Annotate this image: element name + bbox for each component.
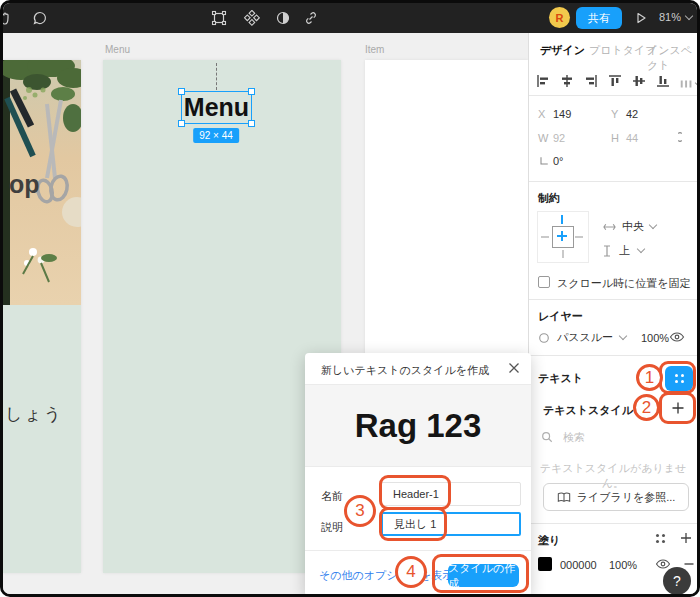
selection-handle[interactable] <box>248 120 255 127</box>
constraints-widget[interactable] <box>537 211 589 263</box>
constraints-inner-box <box>552 226 574 248</box>
vertical-constraint-value: 上 <box>619 243 630 258</box>
annotation-box-2 <box>659 392 696 424</box>
chevron-down-icon <box>695 78 700 86</box>
help-button[interactable]: ? <box>663 567 691 595</box>
comment-icon[interactable] <box>32 10 48 26</box>
vertical-constraint-dropdown[interactable]: 上 <box>603 243 644 258</box>
align-horizontal-center-icon[interactable] <box>559 73 575 89</box>
y-label: Y <box>611 108 618 120</box>
selection-handle[interactable] <box>248 88 255 95</box>
link-tool-icon[interactable] <box>303 10 319 26</box>
shop-photo-text: op <box>9 170 40 199</box>
mask-icon[interactable] <box>275 10 291 26</box>
text-section-title: テキスト <box>538 371 583 386</box>
vertical-bar-icon <box>603 245 611 257</box>
snap-guide-line <box>216 63 217 90</box>
text-styles-title: テキストスタイル <box>543 403 633 418</box>
tab-inspect[interactable]: インスペクト <box>647 43 697 73</box>
book-icon <box>557 492 571 503</box>
align-left-icon[interactable] <box>535 73 551 89</box>
blend-mode-dropdown[interactable]: パススルー <box>538 330 626 345</box>
tab-design[interactable]: デザイン <box>540 43 585 58</box>
shop-photo: op <box>3 60 81 305</box>
blend-mode-value: パススルー <box>557 330 613 345</box>
top-toolbar: R 共有 81% <box>3 3 697 33</box>
constraint-top-tick[interactable] <box>561 215 563 224</box>
search-icon <box>541 431 553 443</box>
eye-icon[interactable] <box>669 329 685 345</box>
description-label: 説明 <box>321 520 343 535</box>
shop-frame-text: しょう <box>5 403 63 426</box>
constraint-bottom-tick[interactable] <box>562 250 564 258</box>
fix-on-scroll-row[interactable]: スクロール時に位置を固定 <box>529 276 697 290</box>
rotation-icon <box>538 155 550 167</box>
annotation-box-3 <box>379 475 451 510</box>
annotation-step-1: 1 <box>636 364 663 391</box>
align-right-icon[interactable] <box>583 73 599 89</box>
blend-icon <box>538 332 550 344</box>
x-label: X <box>538 108 545 120</box>
selected-text-layer[interactable]: Menu <box>181 91 252 124</box>
fill-title: 塗り <box>538 533 560 548</box>
style-preview: Rag 123 <box>305 384 531 467</box>
divider <box>529 355 697 356</box>
frame-tool-icon[interactable] <box>211 10 227 26</box>
hand-icon[interactable] <box>0 10 13 26</box>
chevron-down-icon <box>649 221 657 229</box>
fill-styles-icon[interactable] <box>656 534 665 543</box>
zoom-level-dropdown[interactable]: 81% <box>659 11 692 23</box>
w-input[interactable]: 92 <box>553 132 565 144</box>
search-input[interactable] <box>561 430 675 444</box>
constraints-title: 制約 <box>538 191 560 206</box>
layer-opacity-input[interactable]: 100% <box>641 332 669 344</box>
constraint-right-tick[interactable] <box>575 236 583 238</box>
constraint-left-tick[interactable] <box>541 236 549 238</box>
share-button[interactable]: 共有 <box>576 7 622 29</box>
constrain-icon[interactable] <box>673 130 687 144</box>
modal-title: 新しいテキストのスタイルを作成 <box>321 363 489 378</box>
zoom-level-value: 81% <box>659 11 681 23</box>
style-search[interactable] <box>541 430 675 444</box>
align-bottom-icon[interactable] <box>655 73 671 89</box>
item-frame-label[interactable]: Item <box>365 44 384 55</box>
y-input[interactable]: 42 <box>626 108 638 120</box>
browse-library-label: ライブラリを参照... <box>577 490 676 505</box>
divider <box>529 299 697 300</box>
right-panel: デザイン プロトタイプ インスペクト X 149 Y 42 W 92 H 44 … <box>528 33 697 594</box>
add-fill-icon[interactable] <box>678 530 694 546</box>
w-label: W <box>538 132 548 144</box>
close-icon[interactable] <box>508 362 520 374</box>
annotation-step-3: 3 <box>344 495 376 527</box>
align-vertical-center-icon[interactable] <box>631 73 647 89</box>
avatar[interactable]: R <box>549 7 570 28</box>
constraint-center-h[interactable] <box>557 235 567 237</box>
horizontal-constraint-dropdown[interactable]: 中央 <box>603 219 656 234</box>
chevron-down-icon <box>619 332 627 340</box>
h-input[interactable]: 44 <box>626 132 638 144</box>
horizontal-arrows-icon <box>603 222 616 232</box>
menu-frame-label[interactable]: Menu <box>105 44 130 55</box>
rotation-input[interactable]: 0° <box>553 155 564 167</box>
size-badge: 92 × 44 <box>193 128 239 143</box>
selection-handle[interactable] <box>178 88 185 95</box>
play-icon[interactable] <box>633 10 649 26</box>
divider <box>529 523 697 524</box>
divider <box>529 181 697 182</box>
component-icon[interactable] <box>244 10 260 26</box>
style-preview-text: Rag 123 <box>355 407 482 445</box>
distribute-menu-icon[interactable] <box>679 77 700 91</box>
annotation-step-2: 2 <box>633 394 660 421</box>
fill-opacity-input[interactable]: 100% <box>609 559 637 571</box>
chevron-down-icon <box>637 245 645 253</box>
browse-library-button[interactable]: ライブラリを参照... <box>543 483 689 511</box>
selection-handle[interactable] <box>178 120 185 127</box>
fill-color-swatch[interactable] <box>538 557 552 571</box>
shop-frame[interactable]: op しょう <box>3 60 81 573</box>
fix-on-scroll-checkbox[interactable] <box>538 276 550 288</box>
annotation-box-5 <box>432 554 529 593</box>
fill-hex-input[interactable]: 000000 <box>560 559 597 571</box>
align-top-icon[interactable] <box>607 73 623 89</box>
x-input[interactable]: 149 <box>553 108 571 120</box>
annotation-step-4: 4 <box>395 556 427 588</box>
